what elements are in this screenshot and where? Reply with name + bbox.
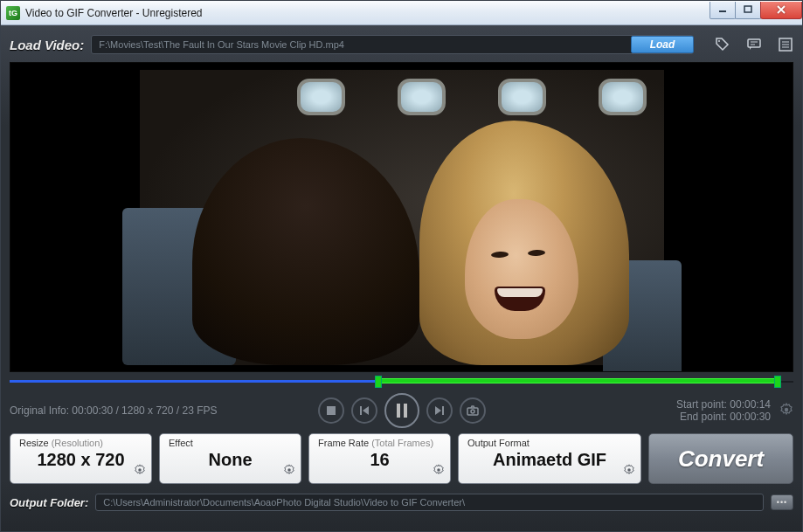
framerate-subtitle: (Total Frames) bbox=[371, 438, 433, 448]
svg-rect-3 bbox=[748, 39, 760, 47]
framerate-card[interactable]: Frame Rate (Total Frames) 16 bbox=[308, 433, 451, 484]
app-window: tG Video to GIF Converter - Unregistered… bbox=[0, 0, 803, 532]
framerate-value: 16 bbox=[318, 450, 441, 470]
effect-gear-icon[interactable] bbox=[283, 464, 295, 480]
format-gear-icon[interactable] bbox=[623, 464, 635, 480]
svg-rect-0 bbox=[719, 10, 726, 12]
snapshot-button[interactable] bbox=[460, 397, 486, 424]
effect-value: None bbox=[169, 450, 292, 470]
resize-card[interactable]: Resize (Resolution) 1280 x 720 bbox=[10, 433, 152, 484]
range-start-handle[interactable] bbox=[375, 376, 382, 388]
comment-icon[interactable] bbox=[746, 37, 762, 52]
format-title: Output Format bbox=[467, 438, 530, 448]
resize-title: Resize bbox=[19, 438, 49, 448]
svg-rect-9 bbox=[442, 406, 444, 415]
close-button[interactable] bbox=[760, 2, 802, 19]
browse-output-button[interactable]: ••• bbox=[771, 494, 793, 510]
next-frame-button[interactable] bbox=[426, 397, 453, 424]
load-video-label: Load Video: bbox=[10, 38, 84, 52]
effect-card[interactable]: Effect None bbox=[159, 433, 301, 484]
output-folder-text: C:\Users\Administrator\Documents\AoaoPho… bbox=[103, 497, 465, 508]
load-button[interactable]: Load bbox=[631, 36, 694, 53]
output-folder-label: Output Folder: bbox=[10, 496, 88, 509]
timeline-range[interactable] bbox=[378, 378, 778, 383]
timeline[interactable] bbox=[10, 374, 793, 391]
start-point-value: 00:00:14 bbox=[730, 398, 771, 411]
svg-point-2 bbox=[718, 40, 720, 42]
svg-point-11 bbox=[471, 410, 474, 413]
video-path-text: F:\Movies\Test\The Fault In Our Stars Mo… bbox=[99, 39, 344, 50]
video-preview[interactable] bbox=[10, 62, 793, 372]
svg-rect-8 bbox=[404, 404, 407, 418]
resize-gear-icon[interactable] bbox=[134, 464, 146, 480]
svg-rect-10 bbox=[467, 408, 478, 415]
playback-controls bbox=[318, 393, 486, 428]
range-end-handle[interactable] bbox=[774, 376, 781, 388]
output-folder-field[interactable]: C:\Users\Administrator\Documents\AoaoPho… bbox=[95, 494, 764, 511]
convert-button[interactable]: Convert bbox=[648, 433, 793, 484]
video-path-field[interactable]: F:\Movies\Test\The Fault In Our Stars Mo… bbox=[91, 35, 694, 54]
format-card[interactable]: Output Format Animaetd GIF bbox=[458, 433, 641, 484]
svg-rect-5 bbox=[327, 406, 336, 415]
timeline-progress bbox=[10, 380, 417, 383]
range-settings-icon[interactable] bbox=[779, 403, 793, 419]
title-bar[interactable]: tG Video to GIF Converter - Unregistered bbox=[1, 1, 802, 25]
svg-rect-1 bbox=[744, 6, 751, 12]
framerate-title: Frame Rate bbox=[318, 438, 369, 448]
video-frame bbox=[140, 70, 664, 365]
list-icon[interactable] bbox=[778, 37, 793, 52]
prev-frame-button[interactable] bbox=[351, 397, 377, 424]
maximize-button[interactable] bbox=[735, 2, 761, 19]
effect-title: Effect bbox=[169, 438, 193, 448]
window-title: Video to GIF Converter - Unregistered bbox=[25, 7, 203, 19]
stop-button[interactable] bbox=[318, 397, 344, 424]
resize-subtitle: (Resolution) bbox=[52, 438, 103, 448]
play-pause-button[interactable] bbox=[384, 393, 419, 428]
svg-rect-6 bbox=[360, 406, 362, 415]
tag-icon[interactable] bbox=[715, 37, 730, 52]
app-icon: tG bbox=[6, 6, 20, 20]
resize-value: 1280 x 720 bbox=[19, 450, 142, 470]
svg-point-12 bbox=[785, 407, 788, 411]
svg-point-15 bbox=[437, 468, 440, 472]
load-video-row: Load Video: F:\Movies\Test\The Fault In … bbox=[10, 32, 793, 57]
svg-point-16 bbox=[627, 468, 631, 472]
output-folder-row: Output Folder: C:\Users\Administrator\Do… bbox=[10, 491, 793, 514]
framerate-gear-icon[interactable] bbox=[433, 464, 445, 480]
original-info-text: Original Info: 00:00:30 / 1280 x 720 / 2… bbox=[10, 404, 218, 417]
format-value: Animaetd GIF bbox=[467, 450, 632, 470]
svg-point-14 bbox=[287, 468, 291, 472]
end-point-value: 00:00:30 bbox=[730, 411, 771, 423]
minimize-button[interactable] bbox=[710, 2, 736, 19]
svg-point-13 bbox=[138, 468, 142, 472]
start-point-label: Start point: bbox=[676, 398, 727, 411]
svg-rect-7 bbox=[397, 404, 400, 418]
end-point-label: End point: bbox=[680, 411, 727, 423]
